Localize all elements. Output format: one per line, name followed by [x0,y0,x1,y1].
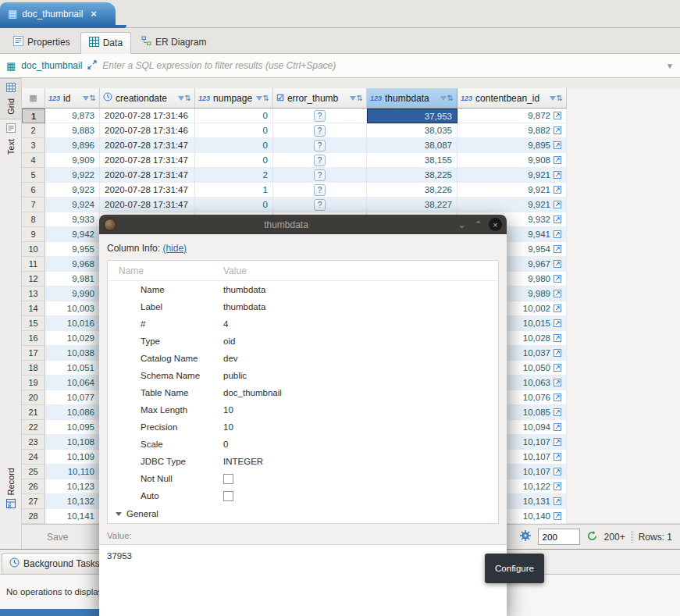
cell-contentbean-id[interactable]: 9,921 [457,183,567,198]
cell-id[interactable]: 9,896 [45,138,100,153]
hide-link[interactable]: (hide) [162,243,187,254]
chevron-down-icon[interactable]: ⌄ [456,220,468,230]
cell-numpage[interactable]: 0 [195,109,273,123]
checkbox[interactable] [223,491,233,501]
cell-id[interactable]: 9,924 [45,198,100,212]
row-number[interactable]: 3 [22,138,45,153]
cell-thumbdata[interactable]: 38,035 [367,123,457,138]
property-row[interactable]: Precision10 [108,418,498,436]
external-link-icon[interactable] [554,290,561,297]
external-link-icon[interactable] [554,334,561,342]
cell-contentbean-id[interactable]: 9,908 [457,153,567,168]
unknown-value-button[interactable]: ? [314,110,326,122]
property-row[interactable]: Schema Namepublic [108,367,498,384]
external-link-icon[interactable] [554,482,561,490]
cell-id[interactable]: 10,110 [45,465,100,479]
cell-id[interactable]: 10,132 [45,494,100,509]
cell-error-thumb[interactable]: ? [273,123,367,138]
cell-contentbean-id[interactable]: 9,921 [457,168,567,183]
cell-id[interactable]: 9,873 [45,109,100,123]
property-row[interactable]: Scale0 [108,436,498,453]
cell-id[interactable]: 9,933 [45,212,100,227]
row-number[interactable]: 6 [22,183,45,198]
row-number[interactable]: 15 [22,316,45,331]
cell-contentbean-id[interactable]: 9,882 [457,123,567,138]
column-header-creationdate[interactable]: creationdate⇅ [100,88,195,109]
row-number[interactable]: 28 [22,509,45,524]
cell-id[interactable]: 10,109 [45,450,100,465]
cell-numpage[interactable]: 0 [195,138,273,153]
column-header-thumbdata[interactable]: 123thumbdata⇅ [367,88,457,109]
cell-thumbdata[interactable]: 38,227 [367,198,457,212]
row-number[interactable]: 24 [22,450,45,465]
row-number[interactable]: 12 [22,272,45,287]
checkbox[interactable] [223,474,233,484]
background-tasks-tab[interactable]: Background Tasks [2,553,108,574]
row-number[interactable]: 21 [22,405,45,420]
cell-id[interactable]: 10,095 [45,420,100,435]
cell-thumbdata[interactable]: 38,155 [367,153,457,168]
external-link-icon[interactable] [554,126,561,134]
cell-error-thumb[interactable]: ? [273,109,367,123]
property-row[interactable]: #4 [108,315,498,333]
fetch-next-icon[interactable] [586,530,598,544]
filter-sort-icon[interactable]: ⇅ [256,94,269,102]
cell-id[interactable]: 10,003 [45,301,100,316]
cell-id[interactable]: 10,064 [45,376,100,390]
external-link-icon[interactable] [554,304,561,312]
unknown-value-button[interactable]: ? [314,169,326,181]
row-number[interactable]: 27 [22,494,45,509]
cell-creationdate[interactable]: 2020-07-28 17:31:46 [100,123,195,138]
property-row[interactable]: Not Null [108,470,498,487]
cell-creationdate[interactable]: 2020-07-28 17:31:47 [100,198,195,212]
row-number[interactable]: 22 [22,420,45,435]
external-link-icon[interactable] [554,186,561,194]
external-link-icon[interactable] [554,245,561,253]
external-link-icon[interactable] [554,141,561,149]
cell-creationdate[interactable]: 2020-07-28 17:31:47 [100,138,195,153]
external-link-icon[interactable] [554,156,561,164]
cell-contentbean-id[interactable]: 9,921 [457,198,567,212]
sql-filter-input[interactable]: Enter a SQL expression to filter results… [102,60,336,71]
external-link-icon[interactable] [554,319,561,327]
external-link-icon[interactable] [554,379,561,386]
tab-er-diagram[interactable]: ER Diagram [133,31,215,53]
row-number[interactable]: 26 [22,479,45,494]
cell-id[interactable]: 9,883 [45,123,100,138]
fetch-more-button[interactable]: 200+ [604,532,625,543]
row-number[interactable]: 14 [22,301,45,316]
presentation-text-button[interactable]: Text [0,119,21,158]
row-number[interactable]: 20 [22,390,45,405]
filter-table-name[interactable]: doc_thumbnail [21,60,82,71]
row-number[interactable]: 5 [22,168,45,183]
cell-numpage[interactable]: 2 [195,168,273,183]
row-number[interactable]: 1 [22,109,45,123]
external-link-icon[interactable] [554,112,561,119]
row-number[interactable]: 19 [22,376,45,390]
grid-corner-cell[interactable]: ▦ [22,88,45,109]
dialog-titlebar[interactable]: thumbdata ⌄ ⌃ × [99,215,507,234]
cell-error-thumb[interactable]: ? [273,168,367,183]
cell-thumbdata[interactable]: 38,226 [367,183,457,198]
external-link-icon[interactable] [554,512,561,520]
property-row[interactable]: Auto [108,487,498,504]
cell-id[interactable]: 10,029 [45,331,100,346]
external-link-icon[interactable] [554,260,561,268]
row-number[interactable]: 17 [22,346,45,361]
cell-id[interactable]: 10,123 [45,479,100,494]
tab-properties[interactable]: Properties [5,31,79,53]
cell-thumbdata[interactable]: 38,225 [367,168,457,183]
cell-error-thumb[interactable]: ? [273,198,367,212]
row-number[interactable]: 11 [22,257,45,272]
external-link-icon[interactable] [554,201,561,208]
external-link-icon[interactable] [554,408,561,416]
column-header-id[interactable]: 123id⇅ [45,88,100,109]
external-link-icon[interactable] [554,275,561,283]
expand-filter-icon[interactable] [87,60,97,72]
cell-id[interactable]: 9,990 [45,287,100,301]
filter-sort-icon[interactable]: ⇅ [440,94,454,102]
save-button[interactable]: Save [47,532,68,543]
cell-id[interactable]: 9,909 [45,153,100,168]
external-link-icon[interactable] [554,497,561,505]
external-link-icon[interactable] [554,453,561,461]
